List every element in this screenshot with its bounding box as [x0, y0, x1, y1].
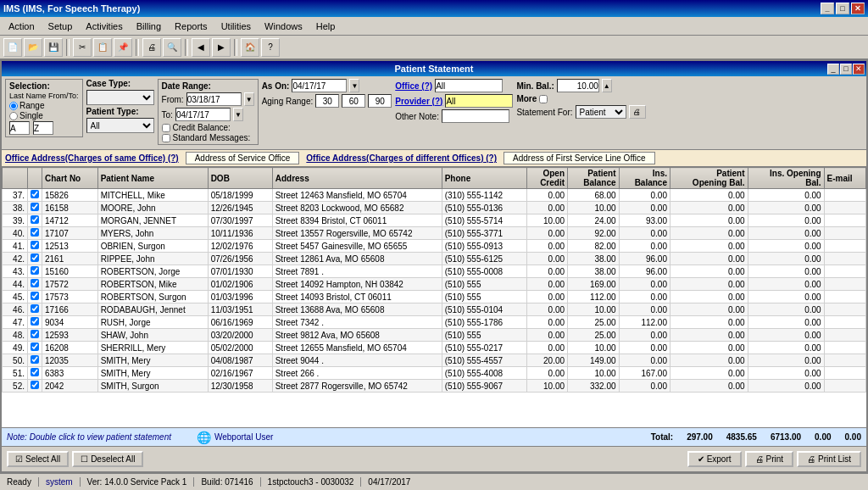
table-row[interactable]: 47. 9034 RUSH, Jorge 06/16/1969 Street 7…: [3, 316, 866, 329]
row-checkbox[interactable]: [31, 279, 39, 287]
inner-maximize[interactable]: □: [840, 64, 852, 75]
col-ins-bal[interactable]: Ins.Balance: [619, 168, 670, 189]
table-row[interactable]: 49. 16208 SHERRILL, Mery 05/02/2000 Stre…: [3, 342, 866, 354]
right-addr-tab[interactable]: Address of First Service Line Office: [504, 152, 655, 164]
standard-messages-check[interactable]: [162, 134, 170, 142]
paste-button[interactable]: 📌: [114, 38, 132, 57]
menu-billing[interactable]: Billing: [130, 19, 168, 33]
table-row[interactable]: 41. 12513 OBRIEN, Surgon 12/02/1976 Stre…: [3, 240, 866, 253]
inner-minimize[interactable]: _: [827, 64, 839, 75]
home-button[interactable]: 🏠: [241, 38, 259, 57]
from-field[interactable]: [9, 121, 30, 135]
forward-button[interactable]: ▶: [212, 38, 231, 57]
copy-button[interactable]: 📋: [93, 38, 112, 57]
patient-type-select[interactable]: All: [86, 118, 154, 133]
table-row[interactable]: 45. 17573 ROBERTSON, Surgon 01/03/1996 S…: [3, 291, 866, 303]
row-checkbox[interactable]: [31, 215, 39, 224]
row-check[interactable]: [28, 291, 42, 303]
range-radio[interactable]: [9, 102, 18, 110]
row-check[interactable]: [28, 367, 42, 380]
table-row[interactable]: 44. 17572 ROBERTSON, Mike 01/02/1906 Str…: [3, 278, 866, 291]
row-checkbox[interactable]: [31, 355, 39, 364]
inner-close[interactable]: ✕: [853, 64, 865, 75]
col-patient-bal[interactable]: PatientBalance: [568, 168, 619, 189]
table-row[interactable]: 52. 2042 SMITH, Surgon 12/30/1958 Street…: [3, 380, 866, 393]
row-checkbox[interactable]: [31, 190, 39, 198]
deselect-all-button[interactable]: ☐ Deselect All: [72, 451, 143, 467]
as-on-input[interactable]: [292, 79, 347, 92]
print-button[interactable]: 🖨 Print: [745, 451, 794, 467]
more-checkbox[interactable]: [539, 95, 548, 103]
minimize-button[interactable]: _: [821, 3, 834, 14]
aging-30-input[interactable]: [315, 94, 339, 108]
row-check[interactable]: [28, 354, 42, 367]
new-button[interactable]: 📄: [3, 38, 22, 57]
office-input[interactable]: [435, 79, 503, 92]
row-checkbox[interactable]: [31, 241, 39, 249]
row-check[interactable]: [28, 329, 42, 342]
back-button[interactable]: ◀: [192, 38, 210, 57]
select-all-button[interactable]: ☑ Select All: [7, 451, 69, 467]
col-open-credit[interactable]: OpenCredit: [527, 168, 568, 189]
statement-for-btn[interactable]: 🖨: [629, 105, 646, 119]
row-check[interactable]: [28, 265, 42, 278]
row-checkbox[interactable]: [31, 203, 39, 211]
col-dob[interactable]: DOB: [208, 168, 272, 189]
search-button[interactable]: 🔍: [163, 38, 181, 57]
maximize-button[interactable]: □: [836, 3, 849, 14]
row-check[interactable]: [28, 380, 42, 393]
table-row[interactable]: 38. 16158 MOORE, John 12/26/1945 Street …: [3, 202, 866, 214]
row-checkbox[interactable]: [31, 304, 39, 313]
table-area[interactable]: Chart No Patient Name DOB Address Phone …: [2, 167, 866, 427]
range-radio-label[interactable]: Range: [9, 101, 79, 110]
table-row[interactable]: 43. 15160 ROBERTSON, Jorge 07/01/1930 St…: [3, 265, 866, 278]
menu-action[interactable]: Action: [2, 19, 42, 33]
other-note-input[interactable]: [442, 109, 509, 123]
credit-balance-check[interactable]: [162, 124, 170, 132]
left-addr-label[interactable]: Office Address(Charges of same Office) (…: [5, 153, 179, 163]
cut-button[interactable]: ✂: [73, 38, 92, 57]
office-label[interactable]: Office (?): [395, 81, 432, 91]
right-addr-label[interactable]: Office Address(Charges of different Offi…: [306, 153, 497, 163]
col-patient-opening[interactable]: Ins. OpeningBal.: [748, 168, 824, 189]
row-check[interactable]: [28, 253, 42, 265]
row-checkbox[interactable]: [31, 253, 39, 262]
from-date-dropdown[interactable]: ▼: [244, 92, 254, 106]
to-date-input[interactable]: [175, 108, 231, 121]
from-date-input[interactable]: [186, 92, 242, 106]
col-address[interactable]: Address: [272, 168, 442, 189]
single-radio-label[interactable]: Single: [9, 111, 79, 120]
col-phone[interactable]: Phone: [442, 168, 527, 189]
print-list-button[interactable]: 🖨 Print List: [797, 451, 861, 467]
single-radio[interactable]: [9, 112, 18, 120]
to-field[interactable]: [33, 121, 53, 135]
row-checkbox[interactable]: [31, 317, 39, 326]
col-opening-bal[interactable]: PatientOpening Bal.: [670, 168, 748, 189]
col-name[interactable]: Patient Name: [97, 168, 208, 189]
to-date-dropdown[interactable]: ▼: [233, 108, 243, 121]
row-checkbox[interactable]: [31, 381, 39, 389]
menu-help[interactable]: Help: [309, 19, 342, 33]
as-on-dropdown[interactable]: ▼: [349, 79, 359, 92]
save-button[interactable]: 💾: [44, 38, 63, 57]
row-check[interactable]: [28, 342, 42, 354]
table-row[interactable]: 51. 6383 SMITH, Mery 02/16/1967 Street 2…: [3, 367, 866, 380]
aging-60-input[interactable]: [342, 94, 365, 108]
menu-utilities[interactable]: Utilities: [214, 19, 258, 33]
row-check[interactable]: [28, 214, 42, 227]
close-button[interactable]: ✕: [851, 3, 865, 14]
row-check[interactable]: [28, 202, 42, 214]
row-checkbox[interactable]: [31, 330, 39, 338]
table-row[interactable]: 50. 12035 SMITH, Mery 04/08/1987 Street …: [3, 354, 866, 367]
help-toolbar-button[interactable]: ?: [261, 38, 280, 57]
row-checkbox[interactable]: [31, 266, 39, 275]
table-row[interactable]: 48. 12593 SHAW, John 03/20/2000 Street 9…: [3, 329, 866, 342]
aging-90-input[interactable]: [368, 94, 392, 108]
menu-setup[interactable]: Setup: [42, 19, 80, 33]
statement-for-select[interactable]: Patient: [576, 105, 626, 119]
min-bal-up[interactable]: ▲: [602, 79, 612, 92]
provider-label[interactable]: Provider (?): [395, 97, 442, 106]
left-addr-tab[interactable]: Address of Service Office: [186, 152, 300, 164]
row-check[interactable]: [28, 278, 42, 291]
min-bal-input[interactable]: [557, 79, 599, 92]
